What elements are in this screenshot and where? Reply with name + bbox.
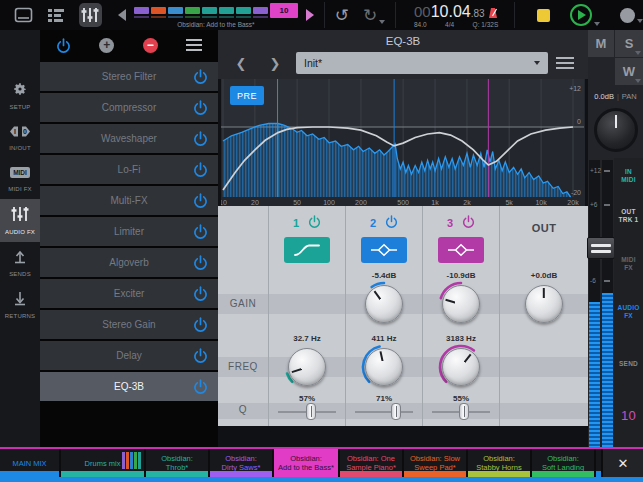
song-arrange-icon[interactable] bbox=[47, 8, 65, 23]
rail-item-returns[interactable]: RETURNS bbox=[0, 284, 40, 326]
fx-power-icon[interactable] bbox=[193, 131, 208, 150]
band-2-gain-knob[interactable] bbox=[360, 280, 408, 328]
slider-handle[interactable] bbox=[459, 403, 469, 420]
play-dropdown-icon[interactable] bbox=[594, 22, 600, 26]
preset-next-button[interactable]: ❯ bbox=[262, 56, 288, 71]
fx-power-icon[interactable] bbox=[193, 255, 208, 274]
fx-slot-lo-fi[interactable]: Lo-Fi bbox=[40, 155, 218, 184]
stop-button[interactable] bbox=[537, 9, 550, 22]
band-power-icon[interactable] bbox=[385, 214, 398, 232]
track-block[interactable] bbox=[151, 7, 166, 14]
metronome-icon[interactable] bbox=[488, 5, 498, 23]
band-1-freq-knob[interactable] bbox=[283, 343, 331, 391]
record-button[interactable] bbox=[620, 8, 635, 23]
fx-slot-delay[interactable]: Delay bbox=[40, 341, 218, 370]
routing-10[interactable]: 10 bbox=[614, 412, 643, 420]
track-selector[interactable]: 10 Obsidian: Add to the Bass* bbox=[134, 3, 298, 28]
track-tab-obsidian-add-to-the-bass-[interactable]: Obsidian:Add to the Bass* bbox=[274, 449, 338, 477]
band-filter-type-button[interactable] bbox=[438, 237, 484, 263]
track-tab-obsidian-dirty-saws-[interactable]: Obsidian:Dirty Saws* bbox=[210, 449, 272, 477]
band-filter-type-button[interactable] bbox=[284, 237, 330, 263]
routing-audio-fx[interactable]: AUDIOFX bbox=[614, 304, 643, 319]
band-power-icon[interactable] bbox=[308, 214, 321, 232]
track-block[interactable] bbox=[202, 7, 217, 14]
track-block[interactable] bbox=[253, 7, 268, 14]
fx-slot-algoverb[interactable]: Algoverb bbox=[40, 248, 218, 277]
fx-power-icon[interactable] bbox=[193, 348, 208, 367]
track-block[interactable] bbox=[134, 7, 149, 14]
track-block[interactable] bbox=[219, 7, 234, 14]
write-automation-button[interactable]: W bbox=[615, 58, 643, 85]
selected-track-block[interactable]: 10 bbox=[270, 3, 298, 18]
fx-menu-button[interactable] bbox=[186, 39, 202, 51]
rail-item-setup[interactable]: SETUP bbox=[0, 74, 40, 117]
fx-slot-stereo-filter[interactable]: Stereo Filter bbox=[40, 62, 218, 91]
track-tab-obsidian-slow-sweep-pad-[interactable]: Obsidian: SlowSweep Pad* bbox=[404, 449, 466, 477]
pan-knob[interactable] bbox=[594, 108, 638, 152]
band-power-icon[interactable] bbox=[462, 214, 475, 232]
fx-slot-multi-fx[interactable]: Multi-FX bbox=[40, 186, 218, 215]
fx-slot-waveshaper[interactable]: Waveshaper bbox=[40, 124, 218, 153]
routing-send[interactable]: SEND bbox=[614, 360, 643, 368]
track-tab-obsidian-throb-[interactable]: Obsidian:Throb* bbox=[146, 449, 208, 477]
track-tab-obsidian-one-sample-piano-[interactable]: Obsidian: OneSample Piano* bbox=[340, 449, 402, 477]
track-tab-main-mix[interactable]: MAIN MIX bbox=[0, 449, 59, 477]
band-3-gain-knob[interactable] bbox=[437, 280, 485, 328]
redo-dropdown-icon[interactable] bbox=[379, 20, 385, 24]
library-icon[interactable] bbox=[14, 7, 33, 23]
fx-slot-compressor[interactable]: Compressor bbox=[40, 93, 218, 122]
band-3-q-slider[interactable] bbox=[432, 403, 490, 421]
band-2-freq-knob[interactable] bbox=[360, 343, 408, 391]
fx-power-icon[interactable] bbox=[193, 162, 208, 181]
fx-power-icon[interactable] bbox=[193, 317, 208, 336]
track-block[interactable] bbox=[168, 7, 183, 14]
fx-slot-exciter[interactable]: Exciter bbox=[40, 279, 218, 308]
track-tab-obsidian-stabby-horns[interactable]: Obsidian:Stabby Horns bbox=[468, 449, 530, 477]
mixer-view-button[interactable] bbox=[79, 3, 102, 27]
fx-power-icon[interactable] bbox=[193, 100, 208, 119]
fx-chain-power-button[interactable] bbox=[56, 38, 71, 53]
scroll-position-strip[interactable] bbox=[0, 477, 643, 482]
out-gain-knob[interactable] bbox=[520, 280, 568, 328]
track-block[interactable] bbox=[185, 7, 200, 14]
fx-power-icon[interactable] bbox=[193, 69, 208, 88]
tempo-value[interactable]: 84.0 bbox=[414, 21, 427, 28]
time-display[interactable]: 0010.04.83 84.0 4/4 Q: 1/32S bbox=[406, 1, 504, 29]
preset-menu-button[interactable] bbox=[556, 57, 574, 69]
track-tab-drums-mix[interactable]: Drums mix bbox=[61, 449, 144, 477]
rail-item-sends[interactable]: SENDS bbox=[0, 242, 40, 284]
rail-item-midi-fx[interactable]: MIDIMIDI FX bbox=[0, 158, 40, 199]
redo-button[interactable]: ↻ bbox=[363, 7, 377, 24]
remove-fx-button[interactable]: − bbox=[143, 38, 158, 53]
prev-track-button[interactable] bbox=[118, 9, 126, 21]
eq-graph[interactable]: 1020501002005001k2k5k10k20k+120-20 PRE bbox=[221, 79, 585, 206]
routing-in-midi[interactable]: INMIDI bbox=[614, 168, 643, 183]
add-fx-button[interactable]: + bbox=[99, 38, 114, 53]
record-dropdown-icon[interactable] bbox=[637, 19, 643, 23]
play-button[interactable] bbox=[570, 4, 592, 26]
time-signature[interactable]: 4/4 bbox=[445, 21, 454, 28]
track-block[interactable] bbox=[236, 7, 251, 14]
preset-prev-button[interactable]: ❮ bbox=[228, 56, 254, 71]
track-tab-obsidian-soft-landing[interactable]: Obsidian:Soft Landing bbox=[532, 449, 594, 477]
slider-handle[interactable] bbox=[391, 403, 401, 420]
close-mixer-button[interactable]: ✕ bbox=[603, 449, 643, 477]
fx-power-icon[interactable] bbox=[193, 286, 208, 305]
solo-button[interactable]: S bbox=[615, 30, 643, 57]
fx-power-icon[interactable] bbox=[193, 379, 208, 398]
fx-power-icon[interactable] bbox=[193, 224, 208, 243]
fx-slot-stereo-gain[interactable]: Stereo Gain bbox=[40, 310, 218, 339]
band-3-freq-knob[interactable] bbox=[437, 343, 485, 391]
undo-button[interactable]: ↺ bbox=[335, 7, 349, 24]
slider-handle[interactable] bbox=[306, 403, 316, 420]
track-tab[interactable] bbox=[596, 449, 601, 477]
band-1-q-slider[interactable] bbox=[278, 403, 336, 421]
preset-dropdown[interactable]: Init* bbox=[296, 52, 548, 74]
fx-power-icon[interactable] bbox=[193, 193, 208, 212]
band-2-q-slider[interactable] bbox=[355, 403, 413, 421]
routing-midi-fx[interactable]: MIDIFX bbox=[614, 256, 643, 271]
next-track-button[interactable] bbox=[306, 9, 314, 21]
volume-fader-handle[interactable] bbox=[587, 237, 615, 259]
rail-item-audio-fx[interactable]: AUDIO FX bbox=[0, 199, 40, 242]
routing-out-trk1[interactable]: OUTTRK 1 bbox=[614, 208, 643, 223]
